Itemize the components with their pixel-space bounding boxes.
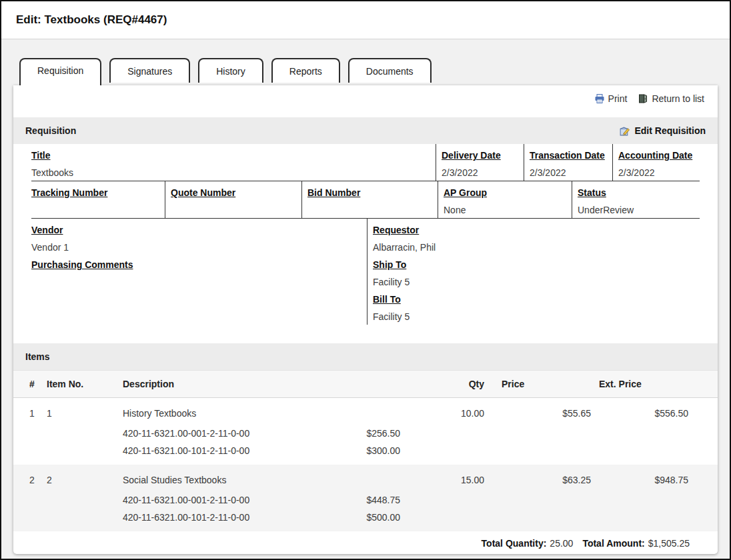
item-row: 1 1 History Textbooks 10.00 $55.65 $556.… — [13, 398, 718, 465]
column-header-ext-price: Ext. Price — [591, 379, 704, 389]
field-bill-to-value: Facility 5 — [373, 311, 696, 323]
item-qty: 10.00 — [428, 408, 484, 419]
printer-icon — [594, 93, 605, 104]
field-vendor-value: Vendor 1 — [31, 242, 363, 253]
items-table-header: # Item No. Description Qty Price Ext. Pr… — [13, 370, 718, 398]
item-account-line: 420-11-6321.00-101-2-11-0-00 $300.00 — [13, 442, 718, 459]
field-status-label: Status — [578, 187, 696, 199]
total-amount-value: $1,505.25 — [648, 538, 690, 549]
field-transaction-date-value: 2/3/2022 — [530, 167, 608, 179]
column-header-item-no: Item No. — [47, 379, 123, 389]
item-no: 2 — [47, 475, 123, 485]
item-account-line: 420-11-6321.00-001-2-11-0-00 $256.50 — [13, 425, 718, 442]
item-account-line: 420-11-6321.00-101-2-11-0-00 $500.00 — [13, 509, 718, 526]
tab-bar: Requisition Signatures History Reports D… — [19, 58, 730, 85]
requisition-fields: Title Textbooks Delivery Date 2/3/2022 T… — [31, 144, 700, 333]
item-num: 1 — [29, 408, 47, 419]
field-tracking-number-value — [31, 205, 161, 216]
account-amount: $500.00 — [343, 512, 400, 523]
field-bill-to-label: Bill To — [373, 294, 696, 305]
item-ext-price: $556.50 — [591, 408, 704, 419]
field-accounting-date-label: Accounting Date — [618, 150, 696, 161]
field-purchasing-comments-label: Purchasing Comments — [31, 259, 363, 271]
field-vendor-label: Vendor — [31, 225, 363, 236]
field-tracking-number-label: Tracking Number — [31, 187, 161, 199]
field-ap-group: AP Group None — [438, 181, 572, 218]
field-bid-number-value — [307, 205, 434, 216]
page-title: Edit: Textbooks (REQ#4467) — [1, 1, 730, 39]
item-row: 2 2 Social Studies Textbooks 15.00 $63.2… — [13, 465, 718, 531]
print-button[interactable]: Print — [594, 93, 628, 104]
tab-documents[interactable]: Documents — [348, 58, 432, 83]
field-requestor-cell: Requestor Albarracin, Phil Ship To Facil… — [367, 219, 700, 325]
field-purchasing-comments-value — [31, 277, 363, 288]
edit-note-icon — [619, 125, 630, 137]
column-header-qty: Qty — [428, 379, 484, 389]
requisition-section-title: Requisition — [25, 125, 76, 136]
item-no: 1 — [47, 408, 123, 419]
field-vendor-cell: Vendor Vendor 1 Purchasing Comments — [31, 219, 367, 325]
field-status-value: UnderReview — [578, 205, 696, 216]
account-amount: $256.50 — [343, 428, 400, 439]
field-title-value: Textbooks — [31, 167, 432, 179]
field-transaction-date: Transaction Date 2/3/2022 — [524, 144, 612, 181]
tab-history[interactable]: History — [198, 58, 263, 83]
item-row-main: 1 1 History Textbooks 10.00 $55.65 $556.… — [13, 402, 718, 425]
field-ap-group-value: None — [444, 205, 568, 216]
total-amount-label: Total Amount: — [582, 538, 644, 549]
edit-requisition-button[interactable]: Edit Requisition — [619, 125, 706, 137]
field-ap-group-label: AP Group — [444, 187, 568, 199]
field-title-label: Title — [31, 150, 432, 161]
utility-bar: Print Return to list — [13, 85, 718, 109]
return-to-list-button[interactable]: Return to list — [638, 93, 704, 104]
field-row-numbers: Tracking Number Quote Number Bid Number … — [31, 181, 700, 219]
item-description: Social Studies Textbooks — [123, 475, 428, 485]
account-code: 420-11-6321.00-101-2-11-0-00 — [123, 445, 343, 456]
tab-signatures[interactable]: Signatures — [109, 58, 190, 83]
door-icon — [638, 93, 648, 104]
field-delivery-date-label: Delivery Date — [442, 150, 520, 161]
column-header-num: # — [29, 379, 47, 389]
field-requestor-label: Requestor — [373, 225, 696, 236]
field-transaction-date-label: Transaction Date — [530, 150, 608, 161]
item-num: 2 — [29, 475, 47, 485]
tab-requisition[interactable]: Requisition — [19, 58, 101, 85]
items-section-header: Items — [13, 343, 718, 370]
account-code: 420-11-6321.00-001-2-11-0-00 — [123, 495, 343, 505]
total-quantity-label: Total Quantity: — [482, 538, 547, 549]
field-accounting-date-value: 2/3/2022 — [618, 167, 696, 179]
account-code: 420-11-6321.00-101-2-11-0-00 — [123, 512, 343, 523]
item-qty: 15.00 — [428, 475, 484, 485]
item-description: History Textbooks — [123, 408, 428, 419]
field-quote-number: Quote Number — [165, 181, 301, 218]
requisition-section-header: Requisition Edit Requisition — [13, 117, 718, 144]
items-section-title: Items — [25, 351, 50, 362]
field-quote-number-value — [171, 205, 297, 216]
content-panel: Print Return to list Requisition — [13, 85, 718, 554]
total-quantity-value: 25.00 — [550, 538, 573, 549]
field-bid-number-label: Bid Number — [307, 187, 434, 199]
items-table: # Item No. Description Qty Price Ext. Pr… — [13, 370, 718, 549]
field-accounting-date: Accounting Date 2/3/2022 — [612, 144, 700, 181]
field-row-dates: Title Textbooks Delivery Date 2/3/2022 T… — [31, 144, 700, 181]
tab-reports[interactable]: Reports — [271, 58, 340, 83]
field-quote-number-label: Quote Number — [171, 187, 297, 199]
item-account-line: 420-11-6321.00-001-2-11-0-00 $448.75 — [13, 491, 718, 509]
field-ship-to-value: Facility 5 — [373, 277, 696, 288]
edit-requisition-label: Edit Requisition — [634, 125, 706, 136]
field-delivery-date-value: 2/3/2022 — [442, 167, 520, 179]
field-bid-number: Bid Number — [301, 181, 438, 218]
print-label: Print — [608, 93, 628, 104]
item-ext-price: $948.75 — [591, 475, 704, 485]
column-header-description: Description — [123, 379, 428, 389]
items-totals: Total Quantity:25.00Total Amount:$1,505.… — [13, 531, 718, 549]
item-price: $55.65 — [484, 408, 591, 419]
account-amount: $300.00 — [343, 445, 400, 456]
account-amount: $448.75 — [343, 495, 400, 505]
field-title: Title Textbooks — [31, 144, 436, 181]
field-requestor-value: Albarracin, Phil — [373, 242, 696, 253]
field-status: Status UnderReview — [572, 181, 700, 218]
account-code: 420-11-6321.00-001-2-11-0-00 — [123, 428, 343, 439]
item-price: $63.25 — [484, 475, 591, 485]
column-header-price: Price — [484, 379, 591, 389]
